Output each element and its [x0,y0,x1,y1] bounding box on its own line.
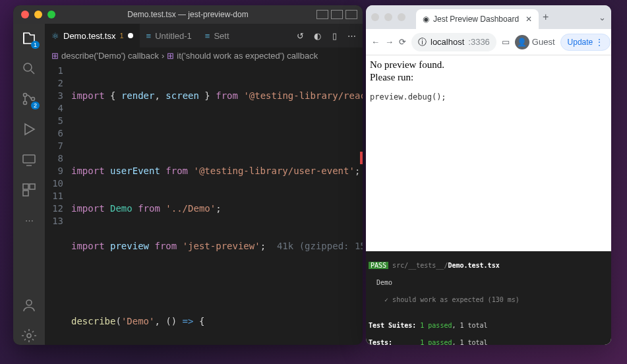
svg-point-0 [24,63,32,71]
tab-label: Sett [214,31,229,41]
terminal-panel[interactable]: PASS src/__tests__/Demo.test.tsx Demo ✓ … [366,251,611,345]
tab-demo-test[interactable]: ⚛ Demo.test.tsx 1 [45,24,140,47]
avatar: 👤 [515,35,529,49]
svg-point-9 [27,334,31,338]
tablist-chevron-icon[interactable]: ⌄ [599,13,606,22]
scm-icon[interactable]: 2 [20,90,38,108]
editor-tabs: ⚛ Demo.test.tsx 1 ≡ Untitled-1 ≡ Sett [45,24,363,47]
file-icon: ≡ [205,31,210,41]
globe-icon: ◉ [423,15,429,24]
tab-settings[interactable]: ≡ Sett [198,24,236,47]
menu-icon: ⋮ [595,38,603,47]
react-icon: ⚛ [51,31,59,41]
more-icon[interactable]: ⋯ [345,30,357,42]
debug-icon[interactable] [20,120,38,138]
svg-point-3 [32,98,35,101]
tab-label: Untitled-1 [155,31,192,41]
update-label: Update [568,38,593,47]
code-snippet: preview.debug(); [370,92,446,102]
code-content[interactable]: import { render, screen } from '@testing… [71,63,363,345]
browser-tabstrip: ◉ Jest Preview Dashboard ✕ + ⌄ [366,5,611,29]
address-input[interactable]: ⓘ localhost:3336 [411,33,496,51]
code-editor[interactable]: 12345678910111213 import { render, scree… [45,63,363,345]
update-button[interactable]: Update ⋮ [560,34,611,51]
history-icon[interactable]: ↺ [294,30,306,42]
vscode-window: Demo.test.tsx — jest-preview-dom 1 2 [13,5,363,345]
fn-icon: ⊞ [167,51,174,61]
svg-rect-4 [23,155,35,163]
page-line: No preview found. [370,59,607,71]
page-line: Please run: [370,72,607,83]
split-icon[interactable]: ▯ [328,30,340,42]
panel-bottom-icon[interactable] [331,10,343,19]
editor-toolbar: ↺ ◐ ▯ ⋯ [294,30,363,42]
svg-rect-6 [30,184,35,189]
tab-label: Demo.test.tsx [63,31,115,41]
browser-tab[interactable]: ◉ Jest Preview Dashboard ✕ [416,9,539,29]
back-button[interactable]: ← [371,37,380,47]
address-bar-row: ← → ⟳ ⓘ localhost:3336 ▭ 👤 Guest Update … [366,29,611,55]
more-icon[interactable]: ⋯ [20,211,38,229]
panel-right-icon[interactable] [345,10,357,19]
close-tab-icon[interactable]: ✕ [523,15,532,24]
svg-rect-5 [23,184,28,189]
svg-rect-7 [23,191,28,196]
minimize-dot[interactable] [384,13,392,21]
explorer-badge: 1 [31,41,40,49]
layout-controls [316,10,357,19]
breadcrumb-item[interactable]: it('should work as expected') callback [177,51,318,61]
svg-point-8 [26,300,32,305]
maximize-dot[interactable] [398,13,405,21]
scm-badge: 2 [31,102,40,109]
run-icon[interactable]: ◐ [311,30,323,42]
file-icon: ≡ [146,31,152,41]
window-title: Demo.test.tsx — jest-preview-dom [127,10,248,19]
chevron-right-icon: › [162,51,164,61]
profile-name: Guest [532,37,555,47]
tab-problems: 1 [119,32,123,40]
reader-icon[interactable]: ▭ [502,37,510,47]
site-info-icon[interactable]: ⓘ [418,36,427,48]
breadcrumb-item[interactable]: describe('Demo') callback [61,51,159,61]
minimize-dot[interactable] [34,11,42,18]
error-marker[interactable] [360,152,363,164]
panel-left-icon[interactable] [316,10,328,19]
vscode-titlebar: Demo.test.tsx — jest-preview-dom [13,5,363,24]
remote-icon[interactable] [20,150,38,169]
tab-untitled[interactable]: ≡ Untitled-1 [140,24,198,47]
search-icon[interactable] [20,59,38,78]
dirty-dot [128,33,133,38]
account-icon[interactable] [20,296,38,315]
window-controls [371,13,405,21]
url-port: :3336 [468,37,490,47]
profile-chip[interactable]: 👤 Guest [515,35,555,49]
svg-point-1 [24,94,27,97]
tab-title: Jest Preview Dashboard [433,15,519,24]
breadcrumb[interactable]: ⊞ describe('Demo') callback › ⊞ it('shou… [45,47,363,63]
activity-bar: 1 2 ⋯ [13,24,45,345]
svg-point-2 [24,102,27,105]
window-controls [13,11,55,18]
url-host: localhost [431,37,464,47]
close-dot[interactable] [21,11,29,18]
new-tab-button[interactable]: + [543,11,549,23]
fn-icon: ⊞ [51,51,59,61]
extensions-icon[interactable] [20,181,38,199]
reload-button[interactable]: ⟳ [399,37,406,47]
line-gutter: 12345678910111213 [45,63,71,345]
status-badge: PASS [369,262,388,269]
explorer-icon[interactable]: 1 [20,29,38,47]
maximize-dot[interactable] [47,11,55,18]
close-dot[interactable] [371,13,379,21]
forward-button[interactable]: → [385,37,394,47]
gear-icon[interactable] [20,326,38,345]
